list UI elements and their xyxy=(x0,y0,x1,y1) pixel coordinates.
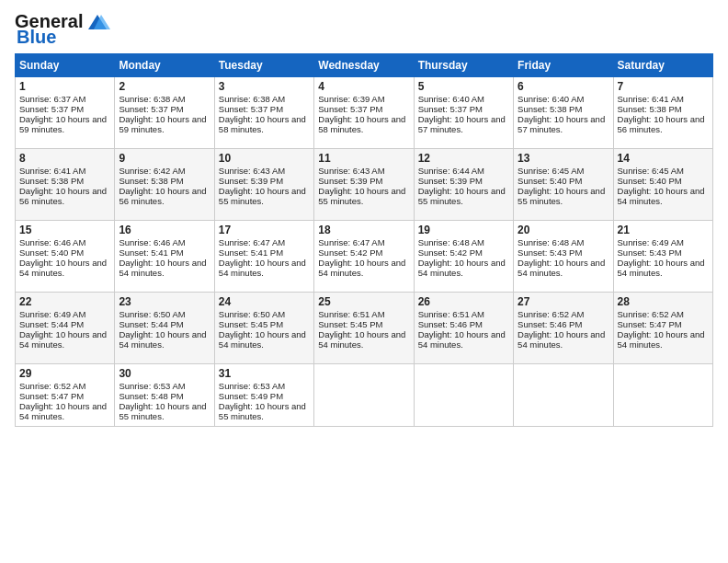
daylight-label: Daylight: 10 hours and 54 minutes. xyxy=(19,329,107,350)
sunrise-label: Sunrise: 6:49 AM xyxy=(618,237,684,247)
calendar-cell: 18 Sunrise: 6:47 AM Sunset: 5:42 PM Dayl… xyxy=(314,221,414,293)
calendar-day-header: Saturday xyxy=(613,54,712,77)
daylight-label: Daylight: 10 hours and 54 minutes. xyxy=(119,258,206,278)
calendar-week-row: 1 Sunrise: 6:37 AM Sunset: 5:37 PM Dayli… xyxy=(16,77,713,149)
sunrise-label: Sunrise: 6:53 AM xyxy=(219,381,285,391)
day-number: 25 xyxy=(318,295,409,308)
calendar-week-row: 22 Sunrise: 6:49 AM Sunset: 5:44 PM Dayl… xyxy=(16,293,713,364)
day-number: 3 xyxy=(219,80,310,93)
calendar-day-header: Sunday xyxy=(16,54,115,77)
calendar-cell: 27 Sunrise: 6:52 AM Sunset: 5:46 PM Dayl… xyxy=(514,293,613,364)
day-number: 10 xyxy=(219,152,310,165)
calendar-cell: 24 Sunrise: 6:50 AM Sunset: 5:45 PM Dayl… xyxy=(214,293,313,364)
day-number: 11 xyxy=(318,152,409,165)
sunrise-label: Sunrise: 6:38 AM xyxy=(219,94,285,104)
day-number: 23 xyxy=(119,295,210,308)
sunrise-label: Sunrise: 6:37 AM xyxy=(19,94,85,104)
day-number: 12 xyxy=(418,152,509,165)
calendar-week-row: 29 Sunrise: 6:52 AM Sunset: 5:47 PM Dayl… xyxy=(16,364,713,427)
calendar-cell xyxy=(514,364,613,427)
daylight-label: Daylight: 10 hours and 56 minutes. xyxy=(19,186,107,206)
calendar-cell: 6 Sunrise: 6:40 AM Sunset: 5:38 PM Dayli… xyxy=(514,77,613,149)
daylight-label: Daylight: 10 hours and 54 minutes. xyxy=(219,258,306,278)
calendar-cell: 16 Sunrise: 6:46 AM Sunset: 5:41 PM Dayl… xyxy=(115,221,214,293)
sunrise-label: Sunrise: 6:42 AM xyxy=(119,166,185,176)
calendar-cell: 25 Sunrise: 6:51 AM Sunset: 5:45 PM Dayl… xyxy=(314,293,414,364)
day-number: 7 xyxy=(618,80,709,93)
sunrise-label: Sunrise: 6:45 AM xyxy=(518,166,584,176)
sunrise-label: Sunrise: 6:39 AM xyxy=(318,94,384,104)
calendar-cell xyxy=(414,364,513,427)
calendar-week-row: 15 Sunrise: 6:46 AM Sunset: 5:40 PM Dayl… xyxy=(16,221,713,293)
sunrise-label: Sunrise: 6:46 AM xyxy=(19,237,85,247)
day-number: 26 xyxy=(418,295,509,308)
calendar-day-header: Wednesday xyxy=(314,54,414,77)
calendar-week-row: 8 Sunrise: 6:41 AM Sunset: 5:38 PM Dayli… xyxy=(16,149,713,221)
calendar-cell: 1 Sunrise: 6:37 AM Sunset: 5:37 PM Dayli… xyxy=(16,77,115,149)
daylight-label: Daylight: 10 hours and 54 minutes. xyxy=(418,329,506,350)
page-container: General Blue SundayMondayTuesdayWednesda… xyxy=(0,0,728,434)
calendar-cell xyxy=(314,364,414,427)
sunset-label: Sunset: 5:37 PM xyxy=(19,104,84,114)
sunrise-label: Sunrise: 6:53 AM xyxy=(119,381,185,391)
daylight-label: Daylight: 10 hours and 59 minutes. xyxy=(119,114,206,134)
sunrise-label: Sunrise: 6:44 AM xyxy=(418,166,484,176)
sunset-label: Sunset: 5:46 PM xyxy=(518,319,582,329)
sunset-label: Sunset: 5:37 PM xyxy=(318,104,382,114)
daylight-label: Daylight: 10 hours and 58 minutes. xyxy=(219,114,306,134)
sunset-label: Sunset: 5:38 PM xyxy=(518,104,582,114)
calendar-cell: 30 Sunrise: 6:53 AM Sunset: 5:48 PM Dayl… xyxy=(115,364,214,427)
sunset-label: Sunset: 5:39 PM xyxy=(418,176,483,186)
sunset-label: Sunset: 5:37 PM xyxy=(219,104,283,114)
sunset-label: Sunset: 5:44 PM xyxy=(119,319,183,329)
daylight-label: Daylight: 10 hours and 54 minutes. xyxy=(518,329,605,350)
daylight-label: Daylight: 10 hours and 56 minutes. xyxy=(119,186,206,206)
day-number: 24 xyxy=(219,295,310,308)
sunset-label: Sunset: 5:38 PM xyxy=(119,176,183,186)
sunset-label: Sunset: 5:44 PM xyxy=(19,319,84,329)
calendar-cell xyxy=(613,364,712,427)
sunrise-label: Sunrise: 6:45 AM xyxy=(618,166,684,176)
sunset-label: Sunset: 5:37 PM xyxy=(418,104,483,114)
sunset-label: Sunset: 5:39 PM xyxy=(318,176,382,186)
logo-icon xyxy=(85,13,110,31)
daylight-label: Daylight: 10 hours and 54 minutes. xyxy=(618,258,705,278)
day-number: 5 xyxy=(418,80,509,93)
day-number: 1 xyxy=(19,80,110,93)
sunrise-label: Sunrise: 6:48 AM xyxy=(518,237,584,247)
daylight-label: Daylight: 10 hours and 54 minutes. xyxy=(518,258,605,278)
daylight-label: Daylight: 10 hours and 54 minutes. xyxy=(219,329,306,350)
sunrise-label: Sunrise: 6:46 AM xyxy=(119,237,185,247)
calendar-cell: 5 Sunrise: 6:40 AM Sunset: 5:37 PM Dayli… xyxy=(414,77,513,149)
sunrise-label: Sunrise: 6:38 AM xyxy=(119,94,185,104)
calendar-cell: 12 Sunrise: 6:44 AM Sunset: 5:39 PM Dayl… xyxy=(414,149,513,221)
calendar-cell: 21 Sunrise: 6:49 AM Sunset: 5:43 PM Dayl… xyxy=(613,221,712,293)
sunrise-label: Sunrise: 6:51 AM xyxy=(418,309,484,319)
day-number: 31 xyxy=(219,367,310,380)
sunrise-label: Sunrise: 6:47 AM xyxy=(318,237,384,247)
daylight-label: Daylight: 10 hours and 54 minutes. xyxy=(19,401,107,421)
sunset-label: Sunset: 5:43 PM xyxy=(518,247,582,258)
calendar-cell: 13 Sunrise: 6:45 AM Sunset: 5:40 PM Dayl… xyxy=(514,149,613,221)
sunrise-label: Sunrise: 6:49 AM xyxy=(19,309,85,319)
sunrise-label: Sunrise: 6:43 AM xyxy=(219,166,285,176)
daylight-label: Daylight: 10 hours and 55 minutes. xyxy=(518,186,605,206)
calendar-cell: 31 Sunrise: 6:53 AM Sunset: 5:49 PM Dayl… xyxy=(214,364,313,427)
daylight-label: Daylight: 10 hours and 54 minutes. xyxy=(618,329,705,350)
calendar-cell: 2 Sunrise: 6:38 AM Sunset: 5:37 PM Dayli… xyxy=(115,77,214,149)
sunset-label: Sunset: 5:47 PM xyxy=(19,391,84,401)
daylight-label: Daylight: 10 hours and 54 minutes. xyxy=(119,329,206,350)
sunrise-label: Sunrise: 6:52 AM xyxy=(19,381,85,391)
day-number: 20 xyxy=(518,224,609,236)
sunset-label: Sunset: 5:39 PM xyxy=(219,176,283,186)
calendar-cell: 17 Sunrise: 6:47 AM Sunset: 5:41 PM Dayl… xyxy=(214,221,313,293)
sunset-label: Sunset: 5:40 PM xyxy=(618,176,682,186)
calendar-day-header: Thursday xyxy=(414,54,513,77)
daylight-label: Daylight: 10 hours and 55 minutes. xyxy=(219,401,306,421)
daylight-label: Daylight: 10 hours and 54 minutes. xyxy=(418,258,506,278)
calendar-cell: 19 Sunrise: 6:48 AM Sunset: 5:42 PM Dayl… xyxy=(414,221,513,293)
day-number: 27 xyxy=(518,295,609,308)
sunset-label: Sunset: 5:46 PM xyxy=(418,319,483,329)
calendar-cell: 7 Sunrise: 6:41 AM Sunset: 5:38 PM Dayli… xyxy=(613,77,712,149)
sunrise-label: Sunrise: 6:40 AM xyxy=(418,94,484,104)
